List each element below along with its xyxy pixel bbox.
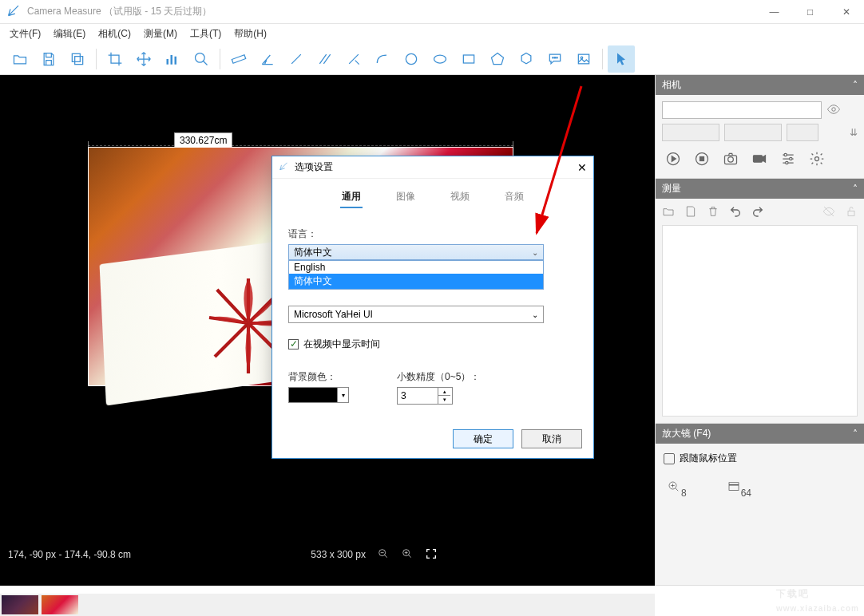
move-icon[interactable] [130,45,157,73]
menu-measure[interactable]: 测量(M) [137,26,184,42]
trash-icon[interactable] [707,205,719,220]
status-bar: 174, -90 px - 174.4, -90.8 cm 533 x 300 … [0,544,446,565]
chevron-down-icon: ⌄ [532,248,538,257]
zoom-in-icon[interactable] [401,547,414,563]
expand-icon[interactable]: ⇊ [850,127,858,138]
spinner-up[interactable]: ▴ [438,388,450,396]
svg-point-8 [554,57,555,57]
magnifier-panel: 放大镜 (F4) ˄ 跟随鼠标位置 8 64 [656,424,864,586]
search-icon[interactable] [188,45,215,73]
folder-icon[interactable] [662,205,675,220]
rectangle-icon[interactable] [455,45,482,73]
pointer-icon[interactable] [608,45,635,73]
fullscreen-icon[interactable] [425,547,438,563]
svg-rect-6 [463,55,474,63]
save-icon[interactable] [684,205,697,220]
parallel-icon[interactable] [311,45,339,73]
save-icon[interactable] [35,45,62,73]
svg-point-22 [790,157,792,160]
undo-icon[interactable] [729,205,742,220]
bgcolor-dropdown-button[interactable]: ▾ [338,387,349,403]
sliders-icon[interactable] [780,151,796,167]
arc-icon[interactable] [369,45,396,73]
line-icon[interactable] [283,45,310,73]
svg-rect-1 [75,56,83,64]
magnifier-panel-header[interactable]: 放大镜 (F4) ˄ [656,424,864,444]
titlebar: Camera Measure （试用版 - 15 天后过期） ― □ ✕ [0,0,864,24]
image-icon[interactable] [570,45,597,73]
menu-file[interactable]: 文件(F) [3,26,47,42]
perpendicular-icon[interactable] [340,45,367,73]
stop-icon[interactable] [694,151,710,167]
thumbnail[interactable] [2,595,38,614]
tab-general[interactable]: 通用 [340,187,363,208]
camera-fps-select[interactable] [724,124,782,141]
eye-icon[interactable] [826,102,841,119]
bgcolor-swatch[interactable] [288,387,338,403]
close-button[interactable]: ✕ [828,0,864,24]
language-dropdown: English 简体中文 [288,260,544,290]
snapshot-icon[interactable] [723,151,739,167]
language-option-chinese[interactable]: 简体中文 [289,274,543,289]
menu-tools[interactable]: 工具(T) [184,26,228,42]
checkbox-unchecked-icon[interactable] [664,453,675,464]
record-icon[interactable] [751,151,767,167]
svg-point-7 [553,57,553,57]
pentagon-icon[interactable] [484,45,511,73]
open-icon[interactable] [6,45,34,73]
minimize-button[interactable]: ― [756,0,792,24]
visibility-icon[interactable] [822,205,835,220]
close-icon[interactable]: ✕ [577,161,587,174]
language-option-english[interactable]: English [289,261,543,274]
svg-rect-20 [754,156,763,162]
polygon-icon[interactable] [513,45,540,73]
camera-res-select[interactable] [662,124,719,141]
circle-icon[interactable] [398,45,425,73]
menu-edit[interactable]: 编辑(E) [47,26,92,42]
histogram-icon[interactable] [159,45,186,73]
menu-help[interactable]: 帮助(H) [228,26,273,42]
window-small-icon[interactable]: 64 [727,480,751,499]
cancel-button[interactable]: 取消 [521,429,582,448]
show-time-label: 在视频中显示时间 [303,338,380,351]
precision-input[interactable] [398,388,438,404]
camera-select[interactable] [662,101,822,119]
measure-panel-header[interactable]: 测量 ˄ [656,179,864,199]
bgcolor-label: 背景颜色： [288,370,349,384]
language-select[interactable]: 简体中文 ⌄ [288,244,544,260]
menubar: 文件(F) 编辑(E) 相机(C) 测量(M) 工具(T) 帮助(H) [0,24,864,43]
copy-icon[interactable] [64,45,91,73]
precision-label: 小数精度（0~5）： [397,370,480,384]
crop-icon[interactable] [101,45,129,73]
svg-point-14 [832,107,836,111]
angle-icon[interactable] [254,45,281,73]
svg-point-5 [434,55,446,63]
chevron-up-icon: ˄ [853,80,858,91]
lock-icon[interactable] [845,205,858,220]
ruler-icon[interactable] [225,45,252,73]
precision-spinner[interactable]: ▴▾ [397,387,453,405]
tab-video[interactable]: 视频 [449,187,471,208]
menu-camera[interactable]: 相机(C) [92,26,137,42]
maximize-button[interactable]: □ [792,0,828,24]
checkbox-checked-icon[interactable]: ✓ [288,339,299,349]
ellipse-icon[interactable] [426,45,454,73]
svg-point-21 [784,153,787,156]
font-select[interactable]: Microsoft YaHei UI ⌄ [288,306,544,323]
toolbar [0,43,864,75]
gear-icon[interactable] [809,151,825,167]
redo-icon[interactable] [751,205,764,220]
tab-image[interactable]: 图像 [394,187,417,208]
camera-format-select[interactable] [787,124,818,141]
svg-rect-0 [72,53,80,61]
measurement-list[interactable] [662,225,858,417]
spinner-down[interactable]: ▾ [438,396,450,404]
zoom-out-icon[interactable] [377,547,390,563]
play-icon[interactable] [665,151,681,167]
zoom-in-small-icon[interactable]: 8 [667,480,687,499]
comment-icon[interactable] [541,45,569,73]
thumbnail[interactable] [42,595,78,614]
tab-audio[interactable]: 音频 [503,187,525,208]
ok-button[interactable]: 确定 [453,429,513,448]
camera-panel-header[interactable]: 相机 ˄ [656,75,864,95]
